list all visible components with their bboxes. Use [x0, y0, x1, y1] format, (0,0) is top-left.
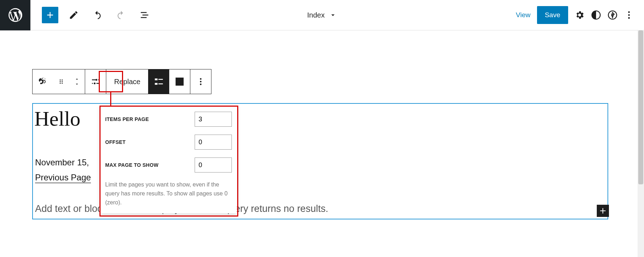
chevron-down-icon — [329, 11, 337, 19]
previous-page-link[interactable]: Previous Page — [35, 173, 91, 183]
svg-point-2 — [628, 11, 630, 13]
svg-rect-14 — [158, 83, 163, 84]
svg-point-5 — [60, 79, 61, 81]
svg-point-19 — [200, 81, 202, 83]
tools-edit-button[interactable] — [65, 7, 82, 23]
svg-point-10 — [62, 83, 63, 84]
redo-button[interactable] — [113, 7, 129, 23]
svg-point-6 — [62, 79, 63, 81]
display-settings-button[interactable] — [85, 69, 106, 94]
max-page-input[interactable] — [195, 157, 232, 173]
svg-rect-11 — [155, 78, 158, 80]
max-page-help-text: Limit the pages you want to show, even i… — [105, 180, 232, 207]
view-link[interactable]: View — [516, 11, 531, 19]
list-layout-button[interactable] — [148, 69, 169, 94]
vertical-scrollbar[interactable] — [638, 30, 644, 257]
editor-top-bar: Index View Save — [0, 0, 644, 30]
top-right-tools: View Save — [516, 6, 644, 24]
wordpress-logo[interactable] — [0, 0, 30, 30]
svg-point-20 — [200, 83, 202, 85]
undo-button[interactable] — [89, 7, 106, 23]
svg-point-3 — [628, 14, 630, 16]
svg-point-8 — [62, 81, 63, 82]
max-page-label: Max page to show — [105, 162, 158, 168]
replace-button[interactable]: Replace — [106, 78, 148, 86]
svg-rect-12 — [158, 79, 163, 80]
svg-rect-13 — [155, 83, 158, 85]
svg-point-4 — [628, 17, 630, 19]
block-toolbar: Replace — [32, 69, 211, 94]
template-name: Index — [307, 11, 325, 19]
block-inserter-button[interactable] — [42, 7, 58, 23]
save-button[interactable]: Save — [537, 6, 568, 24]
drag-handle-icon[interactable] — [53, 69, 69, 94]
svg-point-9 — [60, 83, 61, 84]
offset-label: Offset — [105, 139, 126, 145]
display-settings-popover: Items per page Offset Max page to show L… — [100, 106, 237, 213]
scrollbar-thumb[interactable] — [638, 30, 643, 184]
block-options-button[interactable] — [190, 69, 211, 94]
template-dropdown[interactable]: Index — [307, 11, 337, 19]
options-menu-icon[interactable] — [624, 10, 634, 20]
svg-point-18 — [200, 78, 202, 80]
add-block-button[interactable] — [597, 205, 609, 217]
settings-icon[interactable] — [575, 10, 585, 20]
offset-input[interactable] — [195, 135, 232, 150]
post-date[interactable]: November 15, — [35, 157, 89, 168]
move-up-down-buttons[interactable] — [69, 69, 85, 94]
svg-point-7 — [60, 81, 61, 82]
items-per-page-label: Items per page — [105, 116, 149, 122]
styles-icon[interactable] — [591, 10, 601, 20]
top-left-tools — [30, 7, 153, 23]
grid-layout-button[interactable] — [169, 69, 190, 94]
query-loop-block-icon[interactable] — [33, 69, 53, 94]
post-title[interactable]: Hello — [34, 107, 80, 131]
navigation-icon[interactable] — [608, 10, 618, 20]
list-view-button[interactable] — [136, 7, 153, 23]
items-per-page-input[interactable] — [195, 112, 232, 127]
